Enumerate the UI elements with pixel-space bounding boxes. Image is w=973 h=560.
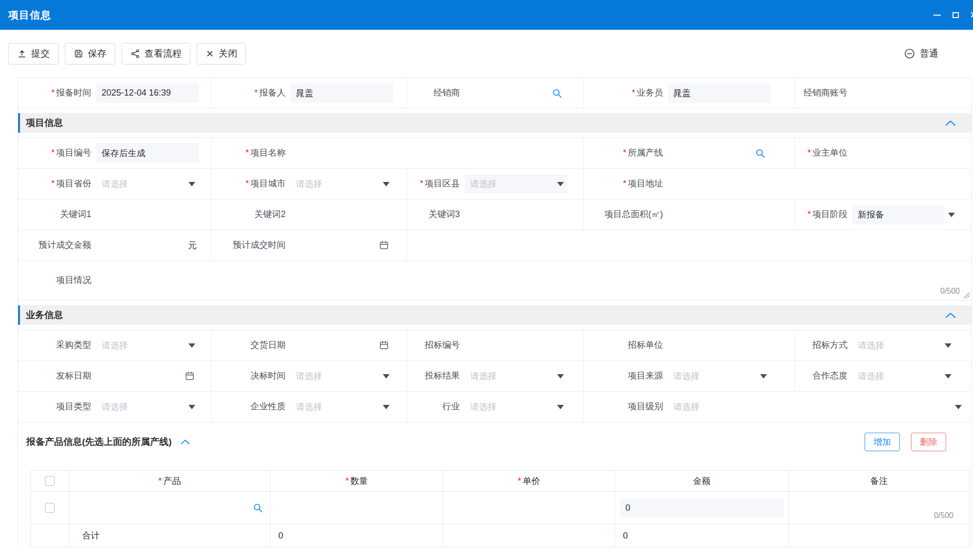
view-flow-button[interactable]: 查看流程 xyxy=(122,43,190,64)
keyword3-input[interactable] xyxy=(465,205,588,224)
purchase-type-select[interactable]: 请选择 xyxy=(96,336,199,355)
dealer-account-input[interactable] xyxy=(852,84,973,102)
stage-select[interactable]: 新报备 xyxy=(852,205,955,224)
form-row: 报备时间 2025-12-04 16:39 报备人 晁盖 经销商 业务员 晁盖 … xyxy=(18,78,972,108)
reporter-value: 晁盖 xyxy=(296,87,313,99)
field-source: 项目来源 请选择 xyxy=(584,361,795,391)
row-checkbox[interactable] xyxy=(45,503,55,513)
collapse-chevron-up-icon[interactable] xyxy=(945,312,956,319)
submit-button[interactable]: 提交 xyxy=(8,43,59,64)
minimize-button[interactable] xyxy=(930,0,944,30)
priority-toggle[interactable]: 普通 xyxy=(904,47,938,60)
province-select[interactable]: 请选择 xyxy=(96,174,199,194)
announce-date-picker[interactable] xyxy=(96,366,199,386)
search-icon[interactable] xyxy=(755,148,766,159)
collapse-chevron-up-icon[interactable] xyxy=(945,120,956,126)
address-wrap xyxy=(668,174,965,194)
delivery-date-picker[interactable] xyxy=(290,336,393,355)
reporter-input[interactable]: 晁盖 xyxy=(290,83,393,103)
section-accent-bar xyxy=(18,113,20,133)
search-icon[interactable] xyxy=(252,502,263,513)
project-no-input[interactable]: 保存后生成 xyxy=(96,143,199,163)
remark-cell[interactable]: 0/500 xyxy=(789,492,969,524)
save-button[interactable]: 保存 xyxy=(65,43,115,64)
table-header-row: 产品 数量 单价 金额 备注 xyxy=(31,471,969,492)
header-amount: 金额 xyxy=(615,471,789,492)
field-keyword2: 关键词2 xyxy=(211,200,407,230)
window-titlebar: 项目信息 ✕ xyxy=(0,0,973,30)
expected-date-picker[interactable] xyxy=(290,236,393,255)
enterprise-nature-select[interactable]: 请选择 xyxy=(290,397,393,417)
amount-unit: 元 xyxy=(188,240,197,251)
bid-unit-input[interactable] xyxy=(668,336,791,355)
salesman-value: 晁盖 xyxy=(673,87,691,99)
form-row: 项目省份 请选择 项目城市 请选择 项目区县 请选择 项目地址 xyxy=(18,169,972,200)
source-select[interactable]: 请选择 xyxy=(668,366,770,386)
quantity-input[interactable] xyxy=(270,499,443,517)
bid-unit-label: 招标单位 xyxy=(584,340,668,351)
close-window-button[interactable]: ✕ xyxy=(966,0,973,30)
bid-no-input[interactable] xyxy=(465,336,588,355)
select-all-checkbox[interactable] xyxy=(45,476,55,486)
chevron-down-icon xyxy=(383,182,390,186)
product-line-input[interactable] xyxy=(668,143,770,163)
bid-method-select[interactable]: 请选择 xyxy=(852,336,955,355)
window-title: 项目信息 xyxy=(8,8,51,22)
project-desc-textarea[interactable]: 0/500 xyxy=(96,261,972,300)
cooperation-select[interactable]: 请选择 xyxy=(852,366,955,386)
field-total-area: 项目总面积(㎡) xyxy=(584,200,795,230)
industry-select[interactable]: 请选择 xyxy=(465,397,567,417)
close-form-button[interactable]: 关闭 xyxy=(197,43,246,64)
section-title: 项目信息 xyxy=(26,117,63,129)
report-time-input[interactable]: 2025-12-04 16:39 xyxy=(96,83,199,103)
district-label: 项目区县 xyxy=(407,179,465,189)
dealer-input[interactable] xyxy=(465,83,567,103)
quantity-cell xyxy=(270,492,443,524)
salesman-input[interactable]: 晁盖 xyxy=(668,83,770,103)
field-salesman: 业务员 晁盖 xyxy=(584,78,795,108)
maximize-button[interactable] xyxy=(948,0,963,30)
maximize-icon xyxy=(952,12,959,18)
keyword2-input[interactable] xyxy=(290,205,414,224)
project-type-select[interactable]: 请选择 xyxy=(96,397,199,417)
city-label: 项目城市 xyxy=(211,179,290,189)
project-name-input[interactable] xyxy=(290,144,578,162)
project-form: 报备时间 2025-12-04 16:39 报备人 晁盖 经销商 业务员 晁盖 … xyxy=(18,78,972,547)
award-time-select[interactable]: 请选择 xyxy=(290,366,393,386)
total-area-input[interactable] xyxy=(668,205,791,224)
price-input[interactable] xyxy=(443,499,615,517)
search-icon[interactable] xyxy=(552,88,562,99)
keyword1-input[interactable] xyxy=(96,205,219,224)
stage-label: 项目阶段 xyxy=(795,209,852,220)
project-type-label: 项目类型 xyxy=(18,401,96,412)
upload-icon xyxy=(17,49,27,59)
add-row-button[interactable]: 增加 xyxy=(865,433,900,451)
field-bid-result: 投标结果 请选择 xyxy=(407,361,584,391)
city-select[interactable]: 请选择 xyxy=(290,174,393,194)
field-project-desc: 项目情况 0/500 xyxy=(18,261,972,300)
total-quantity: 0 xyxy=(278,531,283,541)
save-label: 保存 xyxy=(88,47,106,60)
award-time-label: 决标时间 xyxy=(211,371,290,381)
product-input[interactable] xyxy=(76,498,263,518)
district-select[interactable]: 请选择 xyxy=(465,174,567,194)
resize-handle-icon[interactable] xyxy=(963,291,970,298)
owner-unit-input[interactable] xyxy=(852,144,973,162)
chevron-down-icon xyxy=(383,374,390,379)
char-counter: 0/500 xyxy=(934,511,953,520)
amount-header-label: 金额 xyxy=(693,475,711,487)
expected-amount-input[interactable] xyxy=(96,236,199,255)
keyword3-label: 关键词3 xyxy=(407,209,465,220)
bid-result-select[interactable]: 请选择 xyxy=(465,366,567,386)
field-keyword1: 关键词1 xyxy=(18,200,211,230)
report-time-value: 2025-12-04 16:39 xyxy=(102,88,171,98)
form-row: 预计成交金额 元 预计成交时间 xyxy=(18,230,972,261)
address-input[interactable] xyxy=(668,175,965,193)
header-quantity: 数量 xyxy=(270,471,443,492)
field-project-type: 项目类型 请选择 xyxy=(18,392,211,422)
industry-label: 行业 xyxy=(407,401,465,412)
collapse-chevron-up-icon[interactable] xyxy=(181,439,190,445)
level-select[interactable]: 请选择 xyxy=(668,397,965,417)
price-header-label: 单价 xyxy=(518,475,540,487)
delete-row-button[interactable]: 删除 xyxy=(911,433,946,451)
